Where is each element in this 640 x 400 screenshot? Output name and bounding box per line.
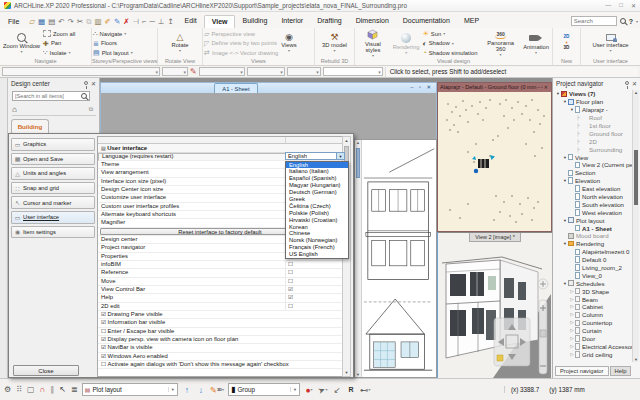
measure-button[interactable]: ↙ [332, 383, 342, 397]
cut-icon[interactable]: ✂ [77, 18, 83, 26]
language-option[interactable]: Greek [286, 196, 348, 203]
pan-button[interactable]: ✚Pan [43, 39, 75, 48]
design-center-home-row[interactable]: ⌂ ⧉ [12, 104, 96, 116]
sheet-window-titlebar[interactable]: A1 - Sheet – ▫ ✕ [101, 83, 436, 93]
point-grid-icon[interactable]: ⠿ [16, 385, 22, 395]
floorplan-window-titlebar[interactable]: Alaprajz - Default - Ground floor (0 mm … [438, 83, 551, 92]
define-view-button[interactable]: ◸Define view by two points [204, 39, 278, 48]
perspective-view-button[interactable]: ▱Perspective view [204, 29, 278, 38]
wall-t-join-icon[interactable]: ⌐ [142, 18, 146, 26]
category-user-interface[interactable]: ▭ User interface [11, 211, 95, 224]
redline-pen-icon[interactable]: ✎ [190, 68, 197, 75]
category-open-and-save[interactable]: ▦ Open and Save [11, 153, 95, 166]
pen-3d-button[interactable]: ✎3D▾ [210, 383, 224, 397]
sun-button[interactable]: ☀Sun▾ [423, 29, 480, 38]
tree-item[interactable]: Beam [554, 295, 634, 303]
property-combo[interactable]: ▾ [162, 67, 188, 76]
scrollbar-thumb[interactable] [356, 148, 360, 178]
maximize-button[interactable]: □ [619, 2, 623, 9]
animation-button[interactable]: Animation ▾ [521, 33, 551, 54]
settings-row[interactable]: Information bar visible [98, 319, 344, 327]
settings-gear-icon[interactable]: ⚙ [4, 385, 11, 395]
tree-item[interactable]: View [554, 153, 634, 161]
language-option[interactable]: Italiano (Italian) [286, 168, 348, 175]
settings-row[interactable]: Windows Aero enabled [98, 353, 344, 361]
language-option[interactable]: English [286, 162, 348, 169]
floorplan-canvas[interactable] [438, 92, 551, 231]
setting-value[interactable] [286, 286, 344, 293]
rotate-button[interactable]: △ Rotate ▾ [169, 34, 190, 52]
language-option[interactable]: Hrvatski (Croatian) [286, 217, 348, 224]
floors-button[interactable]: ≣Floors [93, 39, 133, 48]
property-combo[interactable]: ▾ [287, 67, 321, 76]
tree-item[interactable]: North elevation [554, 193, 634, 201]
tree-item[interactable]: Views (7) [554, 90, 634, 98]
dialog-close-button[interactable]: Close [13, 365, 79, 376]
language-option[interactable]: Korean [286, 224, 348, 231]
save-icon[interactable]: ▦ [38, 18, 45, 26]
tree-item[interactable]: Floor plan [554, 98, 634, 106]
tree-item[interactable]: Alapértelmezett 0 [554, 248, 634, 256]
print-icon[interactable]: ▤ [48, 18, 55, 26]
design-center-search[interactable] [12, 91, 90, 101]
file-menu[interactable]: File [2, 16, 25, 28]
setting-value[interactable] [286, 294, 344, 301]
layer-combobox[interactable]: ▤ Plot layout ▼ [82, 383, 178, 396]
language-option[interactable]: Français (French) [286, 244, 348, 251]
list-icon[interactable]: ≣ [71, 385, 78, 395]
elevation-scrollbar[interactable]: ▲▼ [355, 140, 362, 377]
menu-tab[interactable]: Building [235, 15, 274, 28]
close-panel-icon[interactable]: ✕ [91, 80, 96, 87]
tree-item[interactable]: Alaprajz - [554, 106, 634, 114]
3d-model-button[interactable]: ⚒ 3D model ▾ [320, 34, 349, 52]
category-cursor-and-marker[interactable]: ↖ Cursor and marker [11, 196, 95, 209]
rendering-button[interactable]: Rendering ▾ [391, 33, 422, 54]
navigator-tab[interactable]: Help [610, 366, 632, 376]
language-option[interactable]: US English [286, 251, 348, 258]
menu-tab[interactable]: Edit [178, 15, 204, 28]
property-combo[interactable]: ▾ [323, 67, 383, 76]
panorama-360-button[interactable]: 360 Panorama 360 ▾ [481, 31, 520, 56]
tree-item[interactable]: Electrical Accessory [554, 343, 634, 351]
plot-layout-button[interactable]: ▤Plot layout▾ [93, 48, 133, 57]
tree-item[interactable]: Roof [554, 114, 634, 122]
tree-item[interactable]: Column [554, 311, 634, 319]
tree-item[interactable]: Surrounding [554, 145, 634, 153]
collapsed-panel-strip[interactable] [0, 78, 8, 378]
visual-styles-button[interactable]: Visual styles ▾ [356, 29, 390, 57]
views-button[interactable]: ◉ Views ▾ [279, 34, 298, 52]
category-snap-and-grid[interactable]: ∷ Snap and grid [11, 182, 95, 195]
tree-item[interactable]: South elevation [554, 200, 634, 208]
tree-item[interactable]: A1 - Sheet [554, 224, 634, 232]
new-2d-3d-button[interactable]: 2D + 3D [562, 35, 572, 51]
brush-icon[interactable]: ✐ [105, 18, 111, 26]
language-option[interactable]: Chinese [286, 230, 348, 237]
group-combobox[interactable]: ▮ Group ▼ [228, 383, 300, 396]
snap-magnet-icon[interactable]: ∩ [40, 385, 46, 395]
storey-down-button[interactable]: ↓ [196, 383, 206, 397]
image-vector-button[interactable]: ⇄Image <-> Vector drawing [204, 48, 278, 57]
zoom-window-button[interactable]: Zoom Window ▾ [1, 33, 42, 53]
scrollbar-thumb[interactable] [634, 150, 638, 205]
navigator-tab[interactable]: Project navigator [555, 366, 609, 376]
storey-up-button[interactable]: ↑ [182, 383, 192, 397]
close-panel-icon[interactable]: ✕ [632, 80, 637, 87]
settings-row[interactable]: Help [98, 294, 344, 302]
setting-value[interactable] [286, 261, 344, 268]
tree-item[interactable]: Curtain [554, 327, 634, 335]
category-units-and-angles[interactable]: △ Units and angles [11, 167, 95, 180]
paste-icon[interactable]: ▥ [95, 18, 102, 26]
close-button[interactable]: ✕ [631, 2, 636, 9]
tree-item[interactable]: 3D Shape [554, 287, 634, 295]
category-item-settings[interactable]: ◉ Item settings [11, 226, 95, 239]
setting-value[interactable] [286, 278, 344, 285]
property-combo[interactable]: ▾ [2, 67, 160, 76]
copy-icon[interactable]: ⧉ [86, 18, 91, 26]
tree-item[interactable]: Living_room_2 [554, 264, 634, 272]
user-interface-button[interactable]: User interface ▾ [590, 34, 630, 52]
tree-item[interactable]: Default 0 [554, 256, 634, 264]
tree-item[interactable]: Rendering [554, 240, 634, 248]
home-icon[interactable]: ⌂ [12, 105, 17, 114]
3d-view-window[interactable]: View 2 [image] * [437, 232, 552, 378]
language-option[interactable]: Čeština (Czech) [286, 203, 348, 210]
